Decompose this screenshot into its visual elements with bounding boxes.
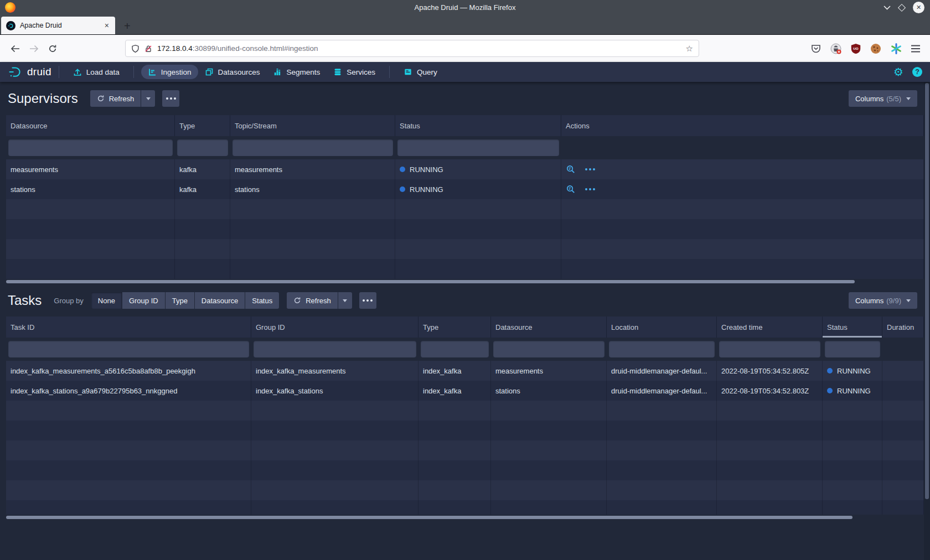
cell-status: RUNNING bbox=[395, 159, 561, 179]
menu-hamburger-icon[interactable] bbox=[911, 44, 921, 53]
group-by-group-id-button[interactable]: Group ID bbox=[122, 292, 165, 309]
group-by-type-button[interactable]: Type bbox=[166, 292, 194, 309]
supervisor-row[interactable]: measurements kafka measurements RUNNING bbox=[6, 159, 924, 179]
column-header-actions[interactable]: Actions bbox=[561, 115, 924, 136]
column-header-status[interactable]: Status bbox=[395, 115, 561, 136]
nav-query[interactable]: Query bbox=[397, 65, 444, 79]
tasks-horizontal-scrollbar[interactable] bbox=[6, 515, 924, 520]
column-header-created-time[interactable]: Created time bbox=[717, 317, 823, 338]
filter-status-input[interactable] bbox=[397, 139, 559, 156]
filter-created-time-input[interactable] bbox=[719, 341, 820, 357]
group-by-none-button[interactable]: None bbox=[91, 292, 122, 309]
row-more-actions-icon[interactable] bbox=[585, 188, 595, 190]
empty-row bbox=[6, 219, 924, 239]
filter-location-input[interactable] bbox=[609, 341, 715, 357]
nav-ingestion[interactable]: Ingestion bbox=[141, 65, 198, 79]
browser-tab[interactable]: Apache Druid × bbox=[1, 17, 115, 34]
bookmark-star-icon[interactable]: ☆ bbox=[686, 44, 693, 54]
extension-asterisk-icon[interactable] bbox=[890, 43, 902, 55]
insecure-lock-icon[interactable] bbox=[144, 44, 152, 53]
url-text: 172.18.0.4:30899/unified-console.html#in… bbox=[157, 44, 318, 53]
empty-row bbox=[6, 500, 924, 515]
row-more-actions-icon[interactable] bbox=[585, 168, 595, 170]
window-close-button[interactable]: ✕ bbox=[913, 2, 924, 13]
pocket-icon[interactable] bbox=[810, 43, 822, 54]
inspect-magnifier-icon[interactable] bbox=[566, 164, 576, 174]
inspect-magnifier-icon[interactable] bbox=[566, 184, 576, 194]
column-header-status-sorted[interactable]: Status bbox=[823, 317, 882, 338]
tasks-refresh-button[interactable]: Refresh bbox=[287, 292, 338, 309]
supervisors-refresh-button[interactable]: Refresh bbox=[90, 90, 141, 107]
reload-button[interactable] bbox=[44, 40, 61, 57]
tracking-shield-icon[interactable] bbox=[131, 44, 140, 53]
tasks-header: Tasks Group by None Group ID Type Dataso… bbox=[0, 284, 930, 317]
column-header-type[interactable]: Type bbox=[418, 317, 491, 338]
nav-services[interactable]: Services bbox=[327, 65, 382, 79]
url-bar[interactable]: 172.18.0.4:30899/unified-console.html#in… bbox=[125, 40, 699, 57]
supervisors-more-button[interactable] bbox=[162, 90, 179, 107]
cell-group-id: index_kafka_stations bbox=[251, 381, 418, 401]
query-icon bbox=[404, 68, 412, 76]
chevron-down-icon bbox=[146, 97, 151, 100]
scrollbar-thumb[interactable] bbox=[6, 280, 855, 283]
scrollbar-thumb[interactable] bbox=[6, 516, 852, 519]
supervisors-columns-button[interactable]: Columns (5/5) bbox=[849, 90, 917, 107]
tasks-more-button[interactable] bbox=[359, 292, 376, 309]
status-dot-icon bbox=[827, 368, 833, 374]
supervisor-row[interactable]: stations kafka stations RUNNING bbox=[6, 179, 924, 199]
nav-segments[interactable]: Segments bbox=[266, 65, 327, 79]
column-header-topic-stream[interactable]: Topic/Stream bbox=[230, 115, 395, 136]
tasks-columns-button[interactable]: Columns (9/9) bbox=[849, 292, 917, 309]
druid-logo[interactable]: druid bbox=[8, 64, 51, 80]
navbar-divider bbox=[133, 66, 134, 78]
column-header-task-id[interactable]: Task ID bbox=[6, 317, 251, 338]
settings-gear-icon[interactable]: ⚙ bbox=[893, 66, 903, 77]
filter-status-input[interactable] bbox=[825, 341, 880, 357]
column-header-duration[interactable]: Duration bbox=[882, 317, 924, 338]
filter-type-input[interactable] bbox=[421, 341, 489, 357]
supervisors-horizontal-scrollbar[interactable] bbox=[6, 279, 924, 284]
status-text: RUNNING bbox=[410, 185, 443, 194]
column-header-datasource[interactable]: Datasource bbox=[6, 115, 175, 136]
task-row[interactable]: index_kafka_stations_a9a679b22795b63_nnk… bbox=[6, 381, 924, 401]
nav-datasources[interactable]: Datasources bbox=[198, 65, 267, 79]
extension-icon[interactable] bbox=[830, 43, 842, 55]
nav-label: Query bbox=[417, 68, 437, 76]
column-header-datasource[interactable]: Datasource bbox=[491, 317, 607, 338]
tab-title: Apache Druid bbox=[20, 22, 99, 29]
window-maximize-button[interactable] bbox=[898, 3, 906, 11]
supervisors-refresh-menu-button[interactable] bbox=[141, 90, 155, 107]
druid-favicon-icon bbox=[6, 21, 16, 30]
forward-button[interactable] bbox=[25, 40, 42, 57]
vertical-scrollbar[interactable] bbox=[924, 82, 930, 560]
filter-topic-stream-input[interactable] bbox=[232, 139, 393, 156]
cell-type: kafka bbox=[175, 159, 230, 179]
column-header-group-id[interactable]: Group ID bbox=[251, 317, 418, 338]
group-by-status-button[interactable]: Status bbox=[245, 292, 279, 309]
filter-type-input[interactable] bbox=[177, 139, 228, 156]
column-header-type[interactable]: Type bbox=[175, 115, 230, 136]
new-tab-button[interactable]: + bbox=[124, 20, 131, 32]
group-by-datasource-button[interactable]: Datasource bbox=[195, 292, 245, 309]
ublock-origin-icon[interactable]: UO bbox=[850, 43, 861, 54]
filter-group-id-input[interactable] bbox=[254, 341, 416, 357]
help-icon[interactable]: ? bbox=[912, 67, 922, 77]
filter-datasource-input[interactable] bbox=[493, 341, 604, 357]
ingestion-icon bbox=[148, 68, 157, 76]
nav-load-data[interactable]: Load data bbox=[66, 65, 126, 79]
filter-datasource-input[interactable] bbox=[8, 139, 173, 156]
back-button[interactable] bbox=[7, 40, 23, 57]
cookie-icon[interactable] bbox=[870, 43, 882, 55]
scrollbar-thumb[interactable] bbox=[925, 83, 929, 499]
tasks-refresh-menu-button[interactable] bbox=[338, 292, 352, 309]
window-minimize-button[interactable] bbox=[884, 6, 891, 10]
cell-status: RUNNING bbox=[823, 361, 882, 381]
cell-status: RUNNING bbox=[395, 179, 561, 199]
tab-close-button[interactable]: × bbox=[104, 21, 110, 30]
task-row[interactable]: index_kafka_measurements_a5616c5ba8afb8b… bbox=[6, 361, 924, 381]
cell-task-id: index_kafka_measurements_a5616c5ba8afb8b… bbox=[6, 361, 251, 381]
cell-duration bbox=[882, 361, 924, 381]
tasks-filter-row bbox=[6, 338, 924, 361]
column-header-location[interactable]: Location bbox=[607, 317, 717, 338]
filter-task-id-input[interactable] bbox=[8, 341, 249, 357]
